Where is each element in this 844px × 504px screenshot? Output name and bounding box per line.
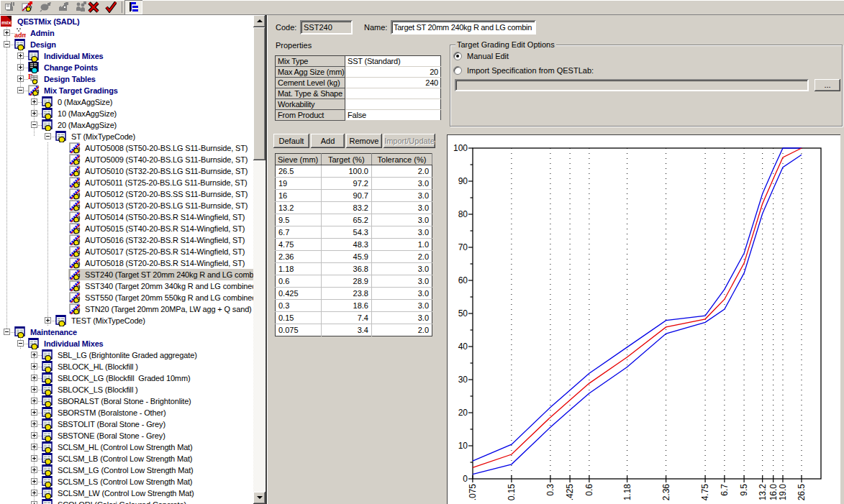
svg-text:9.5: 9.5	[739, 484, 749, 496]
svg-text:.425: .425	[565, 484, 575, 501]
svg-text:0.6: 0.6	[584, 484, 594, 496]
svg-text:26.5: 26.5	[797, 484, 807, 501]
svg-text:0: 0	[463, 474, 468, 484]
svg-text:13.2: 13.2	[758, 484, 768, 501]
svg-text:40: 40	[458, 342, 468, 352]
svg-text:70: 70	[458, 242, 468, 252]
svg-text:mix: mix	[1, 19, 12, 26]
svg-text:90: 90	[458, 176, 468, 186]
svg-text:80: 80	[458, 209, 468, 219]
svg-text:2.36: 2.36	[661, 484, 671, 501]
svg-text:4.75: 4.75	[700, 484, 710, 501]
svg-text:100: 100	[453, 143, 468, 153]
svg-text:0.15: 0.15	[507, 484, 517, 501]
svg-text:50: 50	[458, 308, 468, 319]
svg-text:0.3: 0.3	[545, 484, 555, 496]
svg-text:20: 20	[458, 408, 468, 418]
svg-text:6.7: 6.7	[720, 484, 730, 496]
svg-text:.075: .075	[468, 484, 478, 501]
svg-text:16.0: 16.0	[768, 484, 779, 501]
svg-text:19.0: 19.0	[778, 484, 788, 501]
svg-text:adm: adm	[14, 32, 26, 39]
svg-text:60: 60	[458, 275, 468, 285]
svg-text:10: 10	[458, 441, 468, 451]
svg-text:30: 30	[458, 375, 468, 385]
svg-text:1.18: 1.18	[622, 484, 632, 501]
